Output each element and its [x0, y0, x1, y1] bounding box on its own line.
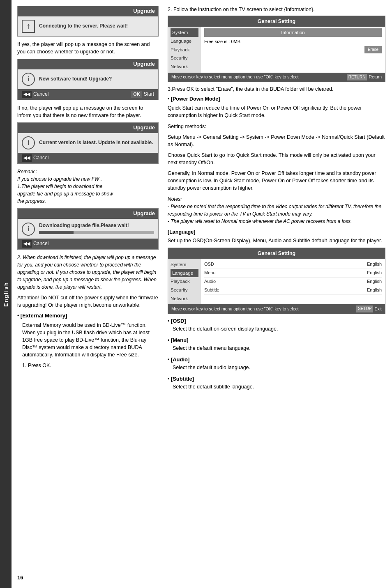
- upgrade-body-3: i Current version is latest. Update is n…: [18, 133, 158, 153]
- ext-memory-body: External Memory would be used in BD-Live…: [22, 322, 159, 370]
- power-down-para2: Choose Quick Start to go into Quick Star…: [168, 152, 385, 166]
- lang-label-audio: Audio: [204, 278, 216, 285]
- page-container: English Upgrade ↑ Connecting to the serv…: [0, 0, 392, 588]
- gs-menu-language: Language: [171, 37, 198, 46]
- upgrade-footer-4: ◀◀ Cancel: [18, 239, 158, 249]
- menu-bullet: • [Menu] Select the default menu languag…: [168, 337, 385, 352]
- lang-menu-playback: Playback: [171, 277, 198, 286]
- gs-footer-return: RETURN Return: [347, 74, 382, 81]
- language-title: [Language]: [168, 229, 195, 235]
- menu-text: Select the default menu language.: [173, 345, 385, 352]
- menu-title: [Menu]: [171, 337, 189, 343]
- gs-menu-security-1: Security: [171, 54, 198, 62]
- gs-menu-network: Network: [171, 62, 198, 71]
- gs-footer-text-1: Move cursor key to select menu option th…: [171, 74, 299, 80]
- subtitle-text: Select the default subtitle language.: [173, 383, 385, 390]
- upgrade-arrow-icon: ↑: [22, 20, 35, 33]
- upgrade-header-2: Upgrade: [18, 59, 158, 69]
- cancel-icon-2: ◀◀: [22, 91, 32, 98]
- bullet-dot-osd: •: [168, 318, 171, 324]
- gs-table2-footer: Move cursor key to select menu option th…: [168, 304, 385, 314]
- upgrade-header-1: Upgrade: [18, 6, 158, 16]
- bullet-dot-audio: •: [168, 357, 171, 363]
- info-icon-3: i: [22, 136, 35, 149]
- audio-title: [Audio]: [171, 356, 189, 363]
- osd-title: [OSD]: [171, 318, 186, 324]
- lang-row-audio: Audio English: [204, 278, 382, 286]
- remark-line-4: the progress.: [17, 198, 46, 204]
- cancel-btn-3[interactable]: ◀◀ Cancel: [22, 154, 48, 162]
- gs-free-size: Free size is : 0MB: [204, 39, 382, 45]
- upgrade-msg-2: New software found! Upgrade?: [39, 76, 112, 83]
- language-intro: Set up the OSD(On-Screen Display), Menu,…: [168, 237, 385, 244]
- start-label-2: Start: [144, 91, 154, 98]
- lang-menu: System Language Playback Security Networ…: [168, 259, 201, 304]
- lang-row-subtitle: Subtitle English: [204, 286, 382, 295]
- upgrade-msg-1: Connecting to the server. Please wait!: [39, 23, 128, 30]
- power-down-para1: Quick Start can reduce the time of Power…: [168, 104, 385, 119]
- osd-text: Select the default on-screen display lan…: [173, 325, 385, 333]
- power-down-title: [Power Down Mode]: [171, 96, 220, 102]
- upgrade-msg-3: Current version is latest. Update is not…: [39, 139, 153, 146]
- gs-table2-body: System Language Playback Security Networ…: [168, 259, 385, 304]
- para-1: If yes, the player will pop up a message…: [17, 41, 159, 55]
- cancel-btn-2[interactable]: ◀◀ Cancel: [22, 91, 48, 98]
- info-icon-2: i: [22, 73, 35, 86]
- return-label: Return: [369, 74, 382, 80]
- gs-table1-content: Information Free size is : 0MB Erase: [201, 27, 385, 72]
- subtitle-title: [Subtitle]: [171, 376, 194, 382]
- subtitle-bullet: • [Subtitle] Select the default subtitle…: [168, 375, 385, 390]
- sidebar: English: [0, 0, 12, 588]
- lang-value-audio: English: [367, 278, 382, 285]
- setup-btn-icon: SETUP: [356, 305, 373, 312]
- ext-memory-section: • [External Memory] External Memory woul…: [17, 312, 159, 370]
- upgrade-box-connecting: Upgrade ↑ Connecting to the server. Plea…: [17, 6, 159, 37]
- erase-btn[interactable]: Erase: [364, 46, 382, 54]
- gs-table-language: General Setting System Language Playback…: [168, 248, 385, 314]
- lang-row-menu: Menu English: [204, 269, 382, 278]
- note-1: - Please be noted that the responding ti…: [168, 203, 385, 218]
- para-3: 2. When download is finished, the player…: [17, 254, 159, 291]
- audio-text: Select the default audio language.: [173, 364, 385, 371]
- cancel-label-4: Cancel: [33, 240, 48, 247]
- gs-table2-header: General Setting: [168, 248, 385, 259]
- left-column: Upgrade ↑ Connecting to the server. Plea…: [12, 0, 164, 588]
- cancel-icon-4: ◀◀: [22, 240, 32, 248]
- upgrade-header-3: Upgrade: [18, 123, 158, 133]
- upgrade-box-downloading: Upgrade i Downloading upgrade file.Pleas…: [17, 208, 159, 250]
- upgrade-body-1: ↑ Connecting to the server. Please wait!: [18, 16, 158, 36]
- cancel-btn-4[interactable]: ◀◀ Cancel: [22, 240, 48, 248]
- gs-info-header: Information: [204, 28, 382, 37]
- upgrade-body-4: i Downloading upgrade file.Please wait!: [18, 219, 158, 239]
- exit-label: Exit: [374, 306, 382, 312]
- lang-menu-network: Network: [171, 294, 198, 303]
- gs-table-information: General Setting System Language Playback…: [168, 16, 385, 82]
- ext-memory-bullet: •: [17, 313, 21, 319]
- para-2: If no, the player will pop up a message …: [17, 104, 159, 119]
- remark-block: Remark : If you choose to upgrade the ne…: [17, 168, 159, 205]
- notes-title: Notes:: [168, 195, 385, 203]
- sidebar-label: English: [3, 282, 9, 307]
- cancel-label-3: Cancel: [33, 154, 48, 161]
- start-btn-2[interactable]: OK Start: [131, 91, 154, 98]
- remark-line-1: If you choose to upgrade the new FW ,: [17, 176, 102, 182]
- gs-table1-header: General Setting: [168, 16, 385, 27]
- ext-memory-text: External Memory would be used in BD-Live…: [22, 322, 159, 359]
- lang-menu-security: Security: [171, 286, 198, 294]
- remark-line-3: upgrade file and pop up a message to sho…: [17, 191, 113, 197]
- power-down-setting-detail: Setup Menu -> General Setting -> System …: [168, 133, 385, 148]
- progress-bar-container: [39, 231, 154, 234]
- page-number: 16: [17, 574, 23, 581]
- lang-content: OSD English Menu English Audio English: [201, 259, 385, 304]
- lang-label-osd: OSD: [204, 261, 214, 268]
- upgrade-box-new-software: Upgrade i New software found! Upgrade? ◀…: [17, 59, 159, 100]
- language-section: [Language] Set up the OSD(On-Screen Disp…: [168, 228, 385, 314]
- gs-table1-menu: System Language Playback Security Networ…: [168, 27, 201, 72]
- note-2: - The player will reset to Normal mode w…: [168, 218, 385, 225]
- lang-value-menu: English: [367, 270, 382, 276]
- bullet-dot-menu: •: [168, 338, 171, 343]
- gs-table1-footer: Move cursor key to select menu option th…: [168, 73, 385, 82]
- lang-label-menu: Menu: [204, 270, 216, 276]
- remark-line-2: 1.The player will begin to download the: [17, 184, 102, 189]
- gs-footer-text-2: Move cursor key to select menu option th…: [171, 306, 299, 312]
